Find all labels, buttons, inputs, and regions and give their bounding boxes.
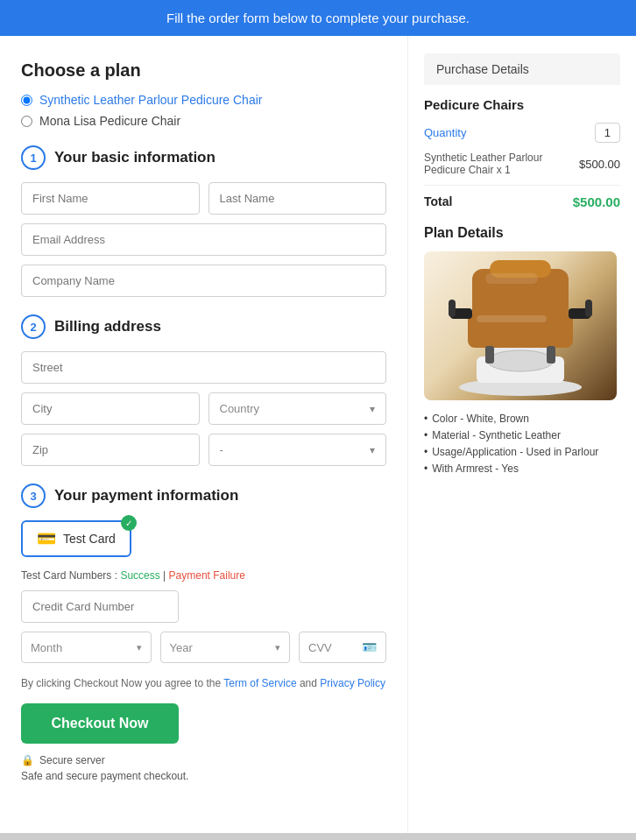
card-label: Test Card — [63, 532, 116, 546]
svg-rect-12 — [547, 346, 555, 364]
plan-radio-1[interactable] — [21, 95, 32, 106]
credit-card-icon: 💳 — [37, 529, 56, 548]
product-price: $500.00 — [579, 158, 620, 171]
zip-input[interactable] — [21, 434, 200, 466]
first-name-wrapper — [21, 182, 200, 215]
left-panel: Choose a plan Synthetic Leather Parlour … — [0, 36, 408, 833]
step1-circle: 1 — [21, 145, 46, 170]
secure-label: Secure server — [39, 754, 105, 766]
step2-header: 2 Billing address — [21, 314, 386, 339]
name-row — [21, 182, 386, 215]
check-badge-icon: ✓ — [121, 515, 137, 531]
cvv-label: CVV — [308, 641, 357, 654]
payment-expiry-row: Month ▾ Year ▾ CVV 🪪 — [21, 632, 386, 663]
plan-label-2: Mona Lisa Pedicure Chair — [39, 114, 180, 128]
last-name-input[interactable] — [208, 182, 387, 215]
last-name-wrapper — [208, 182, 387, 215]
state-arrow-icon: ▾ — [370, 444, 375, 456]
email-row — [21, 223, 386, 256]
street-row — [21, 351, 386, 384]
cc-number-input[interactable] — [21, 590, 179, 623]
step1-header: 1 Your basic information — [21, 145, 386, 170]
email-input[interactable] — [21, 223, 386, 256]
zip-wrapper — [21, 434, 200, 466]
zip-state-row: - ▾ — [21, 434, 386, 466]
country-select[interactable]: Country ▾ — [208, 392, 387, 425]
tos-link[interactable]: Term of Service — [223, 677, 296, 689]
feature-item: With Armrest - Yes — [424, 462, 620, 475]
plan-option-2[interactable]: Mona Lisa Pedicure Chair — [21, 114, 386, 128]
quantity-value[interactable]: 1 — [595, 123, 620, 143]
payment-failure-link[interactable]: Payment Failure — [169, 569, 245, 582]
cvv-card-icon: 🪪 — [362, 640, 377, 654]
feature-item: Usage/Application - Used in Parlour — [424, 446, 620, 458]
svg-rect-11 — [485, 346, 494, 364]
product-desc: Synthetic Leather Parlour Pedicure Chair… — [424, 152, 579, 176]
banner-text: Fill the order form below to complete yo… — [166, 11, 470, 25]
secure-info: 🔒 Secure server — [21, 754, 386, 766]
month-select[interactable]: Month ▾ — [21, 632, 152, 663]
product-price-row: Synthetic Leather Parlour Pedicure Chair… — [424, 152, 620, 176]
svg-rect-8 — [449, 300, 456, 317]
privacy-link[interactable]: Privacy Policy — [320, 677, 385, 689]
quantity-row: Quantity 1 — [424, 123, 620, 143]
svg-rect-14 — [485, 273, 538, 284]
secure-subtitle: Safe and secure payment checkout. — [21, 770, 386, 782]
state-label: - — [220, 443, 223, 456]
choose-plan-title: Choose a plan — [21, 60, 386, 81]
purchase-details-header: Purchase Details — [424, 53, 620, 85]
state-select[interactable]: - ▾ — [208, 434, 387, 466]
plan-details-title: Plan Details — [424, 225, 620, 241]
step3-title: Your payment information — [54, 487, 238, 505]
svg-rect-13 — [477, 315, 547, 322]
terms-text: By clicking Checkout Now you agree to th… — [21, 675, 386, 691]
step2-title: Billing address — [54, 318, 161, 335]
cc-number-wrapper — [21, 590, 179, 623]
card-selector[interactable]: 💳 Test Card ✓ — [21, 520, 131, 557]
svg-point-3 — [487, 350, 554, 371]
top-banner: Fill the order form below to complete yo… — [0, 0, 636, 36]
cvv-field[interactable]: CVV 🪪 — [299, 632, 386, 663]
city-input[interactable] — [21, 392, 200, 425]
total-row: Total $500.00 — [424, 185, 620, 209]
country-wrapper: Country ▾ — [208, 392, 387, 425]
feature-item: Material - Synthetic Leather — [424, 429, 620, 441]
street-input[interactable] — [21, 351, 386, 384]
right-panel: Purchase Details Pedicure Chairs Quantit… — [408, 36, 636, 833]
lock-icon: 🔒 — [21, 754, 34, 766]
month-label: Month — [31, 641, 62, 654]
feature-item: Color - White, Brown — [424, 413, 620, 425]
product-title: Pedicure Chairs — [424, 97, 620, 112]
total-value: $500.00 — [573, 194, 620, 209]
company-row — [21, 265, 386, 297]
plan-radio-2[interactable] — [21, 116, 32, 127]
year-label: Year — [170, 641, 193, 654]
country-label: Country — [220, 402, 260, 415]
test-card-info: Test Card Numbers : Success | Payment Fa… — [21, 569, 386, 582]
chair-image — [424, 251, 617, 400]
main-container: Choose a plan Synthetic Leather Parlour … — [0, 36, 636, 833]
step2-circle: 2 — [21, 314, 46, 339]
year-select[interactable]: Year ▾ — [160, 632, 291, 663]
checkout-button[interactable]: Checkout Now — [21, 703, 179, 744]
city-wrapper — [21, 392, 200, 425]
first-name-input[interactable] — [21, 182, 200, 215]
total-label: Total — [424, 194, 452, 209]
step3-header: 3 Your payment information — [21, 484, 386, 508]
success-link[interactable]: Success — [120, 569, 159, 582]
step3-circle: 3 — [21, 484, 46, 508]
company-input[interactable] — [21, 265, 386, 297]
year-arrow-icon: ▾ — [275, 642, 280, 653]
city-country-row: Country ▾ — [21, 392, 386, 425]
state-wrapper: - ▾ — [208, 434, 387, 466]
feature-list: Color - White, BrownMaterial - Synthetic… — [424, 413, 620, 475]
quantity-label: Quantity — [424, 126, 466, 139]
plan-label-1: Synthetic Leather Parlour Pedicure Chair — [39, 93, 262, 107]
month-arrow-icon: ▾ — [137, 642, 142, 653]
svg-rect-10 — [585, 300, 592, 317]
step1-title: Your basic information — [54, 149, 216, 166]
plan-option-1[interactable]: Synthetic Leather Parlour Pedicure Chair — [21, 93, 386, 107]
country-arrow-icon: ▾ — [370, 403, 375, 415]
